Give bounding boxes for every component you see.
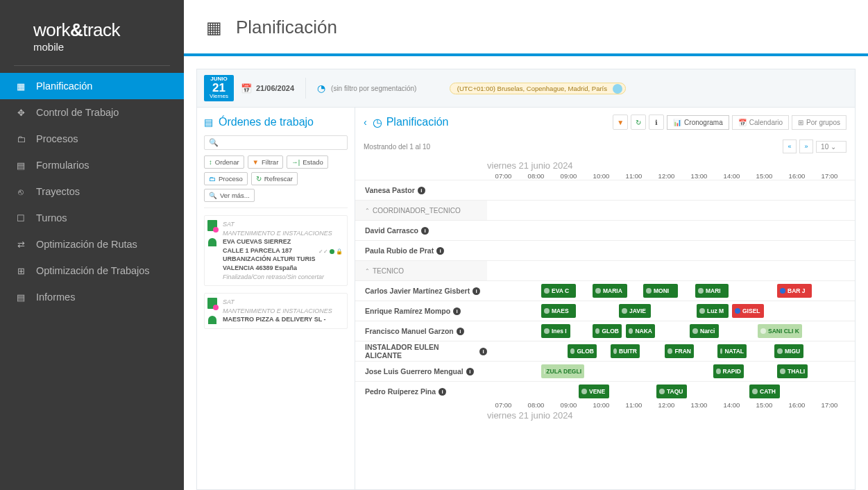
task-block[interactable]: THALI	[777, 364, 808, 378]
hour-label: 13:00	[683, 401, 715, 409]
state-button[interactable]: →|Estado	[287, 155, 328, 169]
search-input[interactable]: 🔍	[204, 135, 348, 150]
pager-first[interactable]: «	[783, 140, 797, 153]
info-icon[interactable]: i	[473, 287, 480, 295]
hour-label: 12:00	[650, 172, 683, 180]
info-icon[interactable]: i	[466, 368, 474, 375]
pager-next[interactable]: »	[799, 140, 813, 153]
lane: MAESJAVIELuz MGISEL	[487, 301, 855, 321]
more-button[interactable]: 🔍Ver más...	[204, 189, 255, 202]
status-dot-icon	[716, 369, 721, 374]
task-block[interactable]: RAPID	[713, 364, 744, 378]
filter-tool[interactable]: ▼	[613, 115, 628, 130]
task-block[interactable]: BUITR	[611, 344, 640, 358]
task-block[interactable]: JAVIE	[619, 304, 651, 318]
task-block[interactable]: CATH	[749, 385, 780, 398]
person-name: Carlos Javier Martínez Gisbert i	[355, 287, 487, 295]
back-button[interactable]: ‹	[364, 117, 367, 128]
search-icon: 🔍	[209, 138, 219, 147]
page-size-select[interactable]: 10 ⌄	[816, 141, 846, 153]
task-block[interactable]: NAKA	[626, 324, 655, 338]
hour-label: 10:00	[585, 401, 618, 409]
info-icon[interactable]: i	[479, 348, 487, 355]
nav-item-0[interactable]: ▦Planificación	[0, 73, 184, 99]
person-row: David Carrasco i	[355, 220, 855, 240]
status-dot-icon	[780, 369, 785, 374]
nav-item-6[interactable]: ⇄Optimización de Rutas	[0, 231, 184, 257]
group-icon: ⊞	[798, 119, 803, 126]
calendar-icon: 📅	[241, 83, 252, 94]
nav-item-8[interactable]: ▤Informes	[0, 284, 184, 310]
task-block[interactable]: MARI	[695, 284, 729, 298]
info-icon[interactable]: i	[421, 227, 429, 235]
person-name: Paula Rubio de Prat i	[355, 246, 487, 255]
hour-label: 14:00	[715, 172, 748, 180]
person-row: Francisco Manuel Garzon iInes IGLOBNAKAN…	[355, 321, 855, 341]
tab-cronograma[interactable]: 📊Cronograma	[667, 115, 729, 130]
nav-item-2[interactable]: 🗀Procesos	[0, 126, 184, 152]
task-block[interactable]: MAES	[541, 304, 576, 318]
tab-por-grupos[interactable]: ⊞Por grupos	[792, 115, 846, 130]
segmentation-filter[interactable]: ◔ (sin filtro por segmentación)	[317, 83, 416, 94]
status-dot-icon	[720, 348, 722, 354]
logo: work&track mobile	[14, 19, 170, 66]
info-icon[interactable]: i	[436, 247, 444, 255]
lane: Ines IGLOBNAKANarciSANI CLI K	[487, 321, 855, 341]
task-block[interactable]: GISEL	[732, 304, 764, 318]
timezone-badge[interactable]: (UTC+01:00) Bruselas, Copenhague, Madrid…	[450, 83, 626, 94]
nav-item-3[interactable]: ▤Formularios	[0, 152, 184, 178]
date-full[interactable]: 📅 21/06/2024	[241, 83, 294, 94]
nav-icon: ▤	[15, 160, 26, 171]
task-block[interactable]: ZULA DEGLI	[541, 364, 584, 378]
order-card[interactable]: SATMANTENIMIENTO E INSTALACIONESEVA CUEV…	[204, 215, 348, 286]
date-badge[interactable]: JUNIO 21 Viernes	[204, 75, 234, 101]
person-row: INSTALADOR EULEN ALICANTE iGLOBBUITRFRAN…	[355, 341, 855, 361]
refresh-tool[interactable]: ↻	[631, 115, 646, 130]
globe-icon	[613, 84, 622, 94]
task-block[interactable]: GLOB	[568, 344, 597, 358]
order-card[interactable]: SATMANTENIMIENTO E INSTALACIONESMAESTRO …	[204, 293, 348, 329]
nav-label: Control de Trabajo	[36, 107, 119, 118]
nav-item-1[interactable]: ✥Control de Trabajo	[0, 99, 184, 126]
task-block[interactable]: MONI	[643, 284, 678, 298]
hour-label: 16:00	[781, 172, 813, 180]
task-block[interactable]: Ines I	[541, 324, 570, 338]
nav-item-5[interactable]: ☐Turnos	[0, 205, 184, 231]
status-dot-icon	[752, 389, 758, 394]
task-block[interactable]: GLOB	[593, 324, 622, 338]
sort-button[interactable]: ↕Ordenar	[204, 155, 244, 169]
nav-item-7[interactable]: ⊞Optimización de Trabajos	[0, 257, 184, 284]
sidebar: work&track mobile ▦Planificación✥Control…	[0, 0, 184, 490]
nav-icon: ⎋	[15, 187, 26, 197]
info-icon[interactable]: i	[418, 187, 425, 194]
person-name: Francisco Manuel Garzon i	[355, 327, 487, 335]
nav-label: Planificación	[36, 81, 92, 92]
person-icon	[208, 316, 216, 324]
status-dot-icon	[777, 348, 783, 354]
task-block[interactable]: MARIA	[593, 284, 627, 298]
process-button[interactable]: 🗀Proceso	[204, 172, 248, 185]
info-icon[interactable]: i	[439, 388, 446, 396]
task-block[interactable]: VENE	[579, 385, 609, 398]
tab-calendario[interactable]: 📅Calendario	[732, 115, 789, 130]
info-icon[interactable]: i	[457, 328, 464, 335]
nav-item-4[interactable]: ⎋Trayectos	[0, 178, 184, 205]
group-label[interactable]: ⌃ COORDINADOR_TECNICO	[355, 201, 487, 221]
task-block[interactable]: NATAL	[717, 344, 747, 358]
group-label[interactable]: ⌃ TECNICO	[355, 261, 487, 281]
task-block[interactable]: MIGU	[774, 344, 803, 358]
info-tool[interactable]: ℹ	[649, 115, 664, 130]
task-block[interactable]: EVA C	[541, 284, 576, 298]
filter-button[interactable]: ▼Filtrar	[248, 155, 284, 169]
task-block[interactable]: TAQU	[656, 385, 687, 398]
refresh-button[interactable]: ↻Refrescar	[251, 172, 298, 185]
task-block[interactable]: FRAN	[665, 344, 694, 358]
info-icon[interactable]: i	[453, 307, 461, 315]
task-block[interactable]: BAR J	[777, 284, 812, 298]
task-block[interactable]: Luz M	[697, 304, 729, 318]
task-block[interactable]: SANI CLI K	[758, 324, 802, 338]
nav-label: Formularios	[36, 160, 90, 171]
lane: VENETAQUCATH	[487, 382, 855, 401]
grid-date-bot: viernes 21 junio 2024	[355, 409, 855, 422]
task-block[interactable]: Narci	[690, 324, 719, 338]
